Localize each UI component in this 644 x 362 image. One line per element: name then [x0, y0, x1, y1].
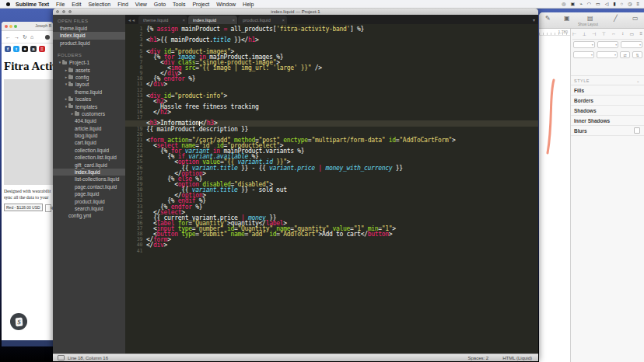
tree-item-config[interactable]: ▸config	[53, 74, 125, 81]
code-line-33[interactable]: {% endfor %}	[146, 204, 538, 210]
syntax-setting[interactable]: HTML (Liquid)	[502, 356, 532, 360]
orange-shape[interactable]	[545, 78, 556, 156]
code-line-3[interactable]: <h1>{{ mainProduct.title }}</h1>	[146, 37, 538, 43]
dark-circle-icon[interactable]: ●	[22, 46, 28, 52]
home-icon[interactable]: ⌂	[30, 34, 33, 40]
menu-item-selection[interactable]: Selection	[88, 2, 110, 7]
style-row-shadows[interactable]: Shadows	[571, 106, 644, 116]
panel-toggle-icon[interactable]	[58, 355, 65, 360]
open-file-index.liquid[interactable]: index.liquid	[53, 32, 125, 39]
bluetooth-icon[interactable]: ⌁	[579, 0, 583, 9]
menu-item-view[interactable]: View	[135, 2, 147, 7]
size-field-0[interactable]: ▾	[573, 51, 594, 58]
style-row-borders[interactable]: Borders	[571, 96, 644, 106]
tree-item-config.yml[interactable]: config.yml	[53, 212, 125, 219]
minimize-traffic-light[interactable]	[9, 25, 12, 28]
align-left-icon[interactable]: ⊢	[572, 31, 576, 37]
code-line-40[interactable]: </div>	[146, 242, 538, 248]
menu-item-help[interactable]: Help	[243, 2, 254, 7]
indent-setting[interactable]: Spaces: 2	[468, 356, 489, 360]
menu-item-tools[interactable]: Tools	[173, 2, 185, 7]
align-top-icon[interactable]: ⊤	[602, 31, 606, 37]
tab-product.liquid[interactable]: product.liquid×	[238, 16, 287, 24]
style-section-header[interactable]: STYLE ⌄	[571, 75, 644, 85]
align-bottom-icon[interactable]: ≡	[639, 31, 642, 37]
facebook-icon[interactable]: f	[5, 46, 11, 52]
style-row-blurs[interactable]: Blurs	[571, 126, 644, 136]
tree-item-Project-1[interactable]: ▾Project-1	[53, 59, 125, 66]
code-lines[interactable]: {% assign mainProduct = all_products['fi…	[146, 26, 538, 254]
sketch-canvas[interactable]	[539, 36, 570, 362]
tree-item-locales[interactable]: ▸locales	[53, 96, 125, 103]
code-line-39[interactable]: </form>	[146, 237, 538, 242]
variant-select[interactable]: Red - $128.00 USD	[4, 204, 43, 211]
distribute-v-icon[interactable]: ↕	[621, 31, 624, 37]
sublime-titlebar[interactable]: index.liquid — Project-1	[53, 9, 538, 15]
display-icon[interactable]: ▣	[570, 0, 575, 9]
tab-theme.liquid[interactable]: theme.liquid×	[138, 16, 187, 24]
code-line-9[interactable]: </div>	[146, 71, 538, 76]
menu-item-window[interactable]: Window	[216, 2, 236, 7]
tree-item-blog.liquid[interactable]: blog.liquid	[53, 132, 125, 139]
align-middle-icon[interactable]: ▭	[630, 31, 635, 37]
menu-item-file[interactable]: File	[56, 2, 65, 7]
control-center-icon[interactable]: ≡	[636, 0, 639, 9]
position-field-0[interactable]: ▾	[573, 41, 595, 48]
tree-item-index.liquid[interactable]: index.liquid	[53, 169, 125, 176]
list-icon[interactable]: ▭	[632, 15, 639, 22]
close-icon[interactable]: ×	[282, 18, 285, 23]
code-line-11[interactable]: </div>	[146, 82, 538, 87]
tree-item-search.liquid[interactable]: search.liquid	[53, 205, 125, 212]
code-line-15[interactable]: Hassle free fitness tracking	[146, 104, 538, 110]
tree-item-article.liquid[interactable]: article.liquid	[53, 125, 125, 132]
tree-item-page.liquid[interactable]: page.liquid	[53, 190, 125, 197]
code-line-19[interactable]: {{ mainProduct.description }}	[146, 127, 538, 132]
style-row-inner-shadows[interactable]: Inner Shadows	[571, 116, 644, 126]
code-line-41[interactable]	[146, 249, 538, 254]
menu-app-name[interactable]: Sublime Text	[16, 2, 49, 7]
code-line-13[interactable]: <div id="product-info">	[146, 93, 538, 99]
menu-item-project[interactable]: Project	[192, 2, 209, 7]
close-icon[interactable]: ×	[183, 18, 186, 23]
red-icon[interactable]: ≡	[39, 46, 45, 52]
tree-item-collection.liquid[interactable]: collection.liquid	[53, 147, 125, 154]
battery-icon[interactable]: ▮	[613, 0, 615, 9]
code-editor[interactable]: 1234567891011121314151617181920212223242…	[125, 24, 538, 354]
tree-item-customers[interactable]: ▸customers	[53, 110, 125, 117]
tree-item-layout[interactable]: ▾layout	[53, 81, 125, 88]
tab-index.liquid[interactable]: index.liquid×	[188, 16, 237, 24]
code-line-1[interactable]: {% assign mainProduct = all_products['fi…	[146, 26, 538, 32]
position-field-2[interactable]: ▾	[621, 41, 642, 48]
dark-square-icon[interactable]: a	[30, 46, 37, 52]
back-icon[interactable]: ←	[5, 34, 11, 40]
menu-item-edit[interactable]: Edit	[72, 2, 81, 7]
open-file-product.liquid[interactable]: product.liquid	[53, 40, 125, 47]
pencil-icon[interactable]: ✎	[545, 15, 551, 22]
size-field-1[interactable]: ▾	[597, 51, 618, 58]
open-file-theme.liquid[interactable]: theme.liquid	[53, 25, 125, 32]
style-row-fills[interactable]: Fills	[571, 85, 644, 96]
forward-icon[interactable]: →	[14, 34, 19, 40]
artboard-icon[interactable]: ▣	[564, 15, 570, 22]
tree-item-collection.list.liquid[interactable]: collection.list.liquid	[53, 154, 125, 161]
screen-mirroring-icon[interactable]: ▭	[596, 0, 600, 9]
code-line-27[interactable]: </option>	[146, 171, 538, 176]
tree-item-404.liquid[interactable]: 404.liquid	[53, 117, 125, 124]
tree-item-product.liquid[interactable]: product.liquid	[53, 198, 125, 205]
reload-icon[interactable]: ↻	[23, 34, 27, 40]
align-center-h-icon[interactable]: ⊥	[583, 31, 586, 37]
clock-icon[interactable]: ◷	[628, 0, 632, 9]
twitter-icon[interactable]: t	[13, 46, 19, 52]
line-icon[interactable]: ╱	[614, 15, 618, 22]
wifi-icon[interactable]: ◠	[587, 0, 591, 9]
distribute-h-icon[interactable]: ↔	[611, 31, 616, 37]
code-line-10[interactable]: {% endfor %}	[146, 76, 538, 82]
tree-item-assets[interactable]: ▸assets	[53, 67, 125, 74]
flip-button-0[interactable]: ⇄	[620, 51, 630, 58]
tree-item-cart.liquid[interactable]: cart.liquid	[53, 139, 125, 146]
menu-item-goto[interactable]: Goto	[154, 2, 166, 7]
layout-icon[interactable]: ▤	[587, 15, 593, 22]
zoom-traffic-light[interactable]	[14, 25, 17, 28]
code-line-32[interactable]: {% endif %}	[146, 198, 538, 204]
menu-item-find[interactable]: Find	[117, 2, 128, 7]
